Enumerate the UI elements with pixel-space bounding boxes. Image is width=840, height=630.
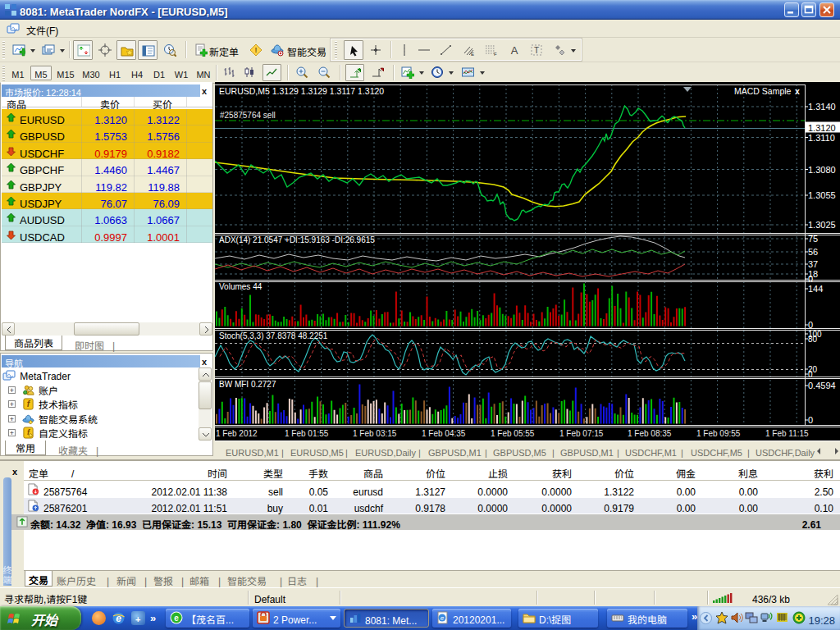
- svg-text:80: 80: [808, 332, 818, 345]
- svg-text:144: 144: [808, 281, 823, 294]
- svg-text:56: 56: [808, 244, 818, 258]
- svg-text:e: e: [441, 613, 445, 622]
- svg-text:75: 75: [808, 231, 818, 244]
- svg-text:A: A: [511, 43, 518, 57]
- svg-text:1 Feb 05:55: 1 Feb 05:55: [491, 427, 535, 439]
- svg-text:e: e: [174, 611, 179, 623]
- svg-text:ADX(14) 21.0547 +DI:15.9163 -D: ADX(14) 21.0547 +DI:15.9163 -DI:26.9615: [219, 233, 375, 245]
- svg-text:1.3140: 1.3140: [808, 99, 836, 112]
- svg-text:1 Feb 2012: 1 Feb 2012: [216, 427, 258, 439]
- svg-text:Volumes 44: Volumes 44: [219, 280, 262, 292]
- svg-text:1 Feb 03:15: 1 Feb 03:15: [353, 427, 397, 439]
- svg-text:0.4594: 0.4594: [808, 378, 836, 391]
- svg-text:T: T: [534, 43, 539, 56]
- svg-text:1.3055: 1.3055: [808, 188, 836, 201]
- svg-text:1 Feb 07:15: 1 Feb 07:15: [559, 427, 604, 439]
- svg-text:1.3120: 1.3120: [808, 121, 836, 134]
- svg-text:1 Feb 08:35: 1 Feb 08:35: [628, 427, 672, 439]
- svg-text:x: x: [795, 84, 800, 97]
- svg-text:BW MFI 0.2727: BW MFI 0.2727: [219, 377, 276, 390]
- svg-text:1 Feb 01:55: 1 Feb 01:55: [285, 427, 329, 439]
- svg-text:E: E: [471, 50, 474, 57]
- svg-text:1.3025: 1.3025: [808, 217, 836, 231]
- svg-text:1 Feb 09:55: 1 Feb 09:55: [696, 427, 741, 439]
- svg-text:1 Feb 11:15: 1 Feb 11:15: [765, 427, 809, 439]
- svg-text:MACD Sample: MACD Sample: [734, 84, 792, 97]
- svg-text:EURUSD,M5 1.3129 1.3129 1.311: EURUSD,M5 1.3129 1.3129 1.3117 1.3120: [219, 84, 384, 97]
- svg-text:#25875764 sell: #25875764 sell: [220, 108, 276, 121]
- svg-text:e: e: [116, 611, 121, 624]
- svg-text:Stoch(5,3,3) 37.8378 48.2251: Stoch(5,3,3) 37.8378 48.2251: [219, 329, 328, 341]
- svg-text:1 Feb 04:35: 1 Feb 04:35: [422, 427, 466, 439]
- svg-text:F: F: [494, 50, 497, 57]
- svg-text:1.3080: 1.3080: [808, 162, 836, 176]
- svg-text:!: !: [255, 44, 258, 55]
- svg-text:0: 0: [808, 413, 813, 426]
